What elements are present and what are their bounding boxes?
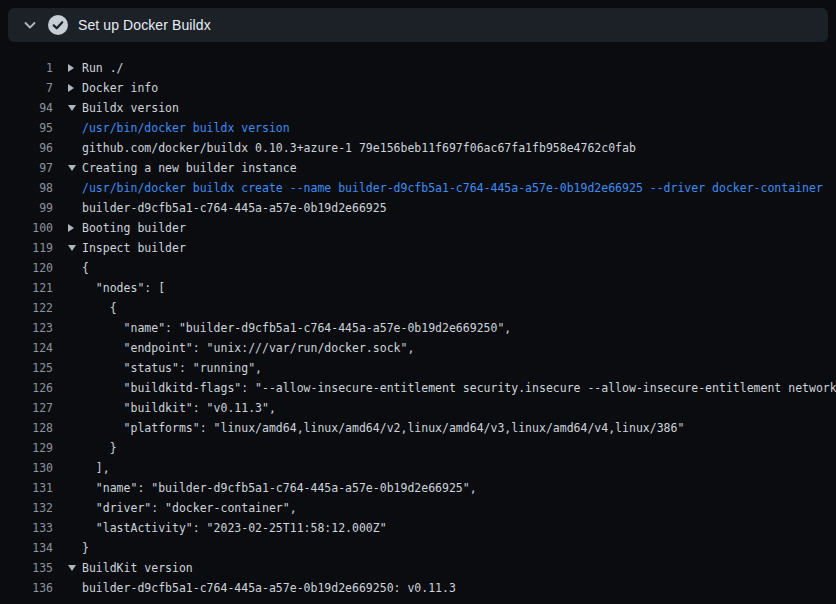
chevron-down-icon[interactable] [20,15,40,35]
log-line: 136 builder-d9cfb5a1-c764-445a-a57e-0b19… [0,578,836,598]
log-group-header[interactable]: 97 Creating a new builder instance [0,158,836,178]
log-line: 124 "endpoint": "unix:///var/run/docker.… [0,338,836,358]
line-number[interactable]: 122 [0,301,53,315]
log-text: } [82,541,89,555]
log-text: "nodes": [ [82,281,165,295]
chevron-right-icon[interactable] [68,224,74,232]
chevron-down-icon[interactable] [68,245,76,251]
log-text: "driver": "docker-container", [82,501,297,515]
line-number[interactable]: 7 [0,81,53,95]
log-line: 96 github.com/docker/buildx 0.10.3+azure… [0,138,836,158]
line-number[interactable]: 98 [0,181,53,195]
log-group-header[interactable]: 119 Inspect builder [0,238,836,258]
log-line: 98 /usr/bin/docker buildx create --name … [0,178,836,198]
log-group-header[interactable]: 94 Buildx version [0,98,836,118]
log-group-header[interactable]: 100 Booting builder [0,218,836,238]
line-number[interactable]: 133 [0,521,53,535]
chevron-right-icon[interactable] [68,84,74,92]
log-text: Inspect builder [82,241,186,255]
line-number[interactable]: 123 [0,321,53,335]
chevron-right-icon[interactable] [68,64,74,72]
log-line: 122 { [0,298,836,318]
log-group-header[interactable]: 1 Run ./ [0,58,836,78]
log-line: 128 "platforms": "linux/amd64,linux/amd6… [0,418,836,438]
line-number[interactable]: 96 [0,141,53,155]
log-line: 121 "nodes": [ [0,278,836,298]
log-line: 95 /usr/bin/docker buildx version [0,118,836,138]
line-number[interactable]: 120 [0,261,53,275]
line-number[interactable]: 95 [0,121,53,135]
step-title: Set up Docker Buildx [78,17,211,33]
log-line: 123 "name": "builder-d9cfb5a1-c764-445a-… [0,318,836,338]
log-line: 133 "lastActivity": "2023-02-25T11:58:12… [0,518,836,538]
chevron-down-icon[interactable] [68,165,76,171]
line-number[interactable]: 128 [0,421,53,435]
line-number[interactable]: 125 [0,361,53,375]
line-number[interactable]: 127 [0,401,53,415]
log-line: 126 "buildkitd-flags": "--allow-insecure… [0,378,836,398]
line-number[interactable]: 135 [0,561,53,575]
chevron-down-icon[interactable] [68,565,76,571]
log-text: builder-d9cfb5a1-c764-445a-a57e-0b19d2e6… [82,201,387,215]
log-text: { [82,301,117,315]
log-text: Docker info [82,81,158,95]
log-group-header[interactable]: 7 Docker info [0,78,836,98]
log-text: BuildKit version [82,561,193,575]
log-text: Run ./ [82,61,124,75]
log-text: "buildkit": "v0.11.3", [82,401,276,415]
line-number[interactable]: 129 [0,441,53,455]
check-circle-icon [48,15,68,35]
log-text: "name": "builder-d9cfb5a1-c764-445a-a57e… [82,481,477,495]
log-line: 127 "buildkit": "v0.11.3", [0,398,836,418]
log-line: 120 { [0,258,836,278]
log-line: 99 builder-d9cfb5a1-c764-445a-a57e-0b19d… [0,198,836,218]
log-text: /usr/bin/docker buildx create --name bui… [82,181,823,195]
line-number[interactable]: 136 [0,581,53,595]
log-line: 130 ], [0,458,836,478]
line-number[interactable]: 130 [0,461,53,475]
log-text: "platforms": "linux/amd64,linux/amd64/v2… [82,421,684,435]
log-text: /usr/bin/docker buildx version [82,121,290,135]
step-header[interactable]: Set up Docker Buildx [8,8,828,42]
log-text: Booting builder [82,221,186,235]
log-text: "name": "builder-d9cfb5a1-c764-445a-a57e… [82,321,511,335]
line-number[interactable]: 100 [0,221,53,235]
line-number[interactable]: 94 [0,101,53,115]
log-text: Buildx version [82,101,179,115]
line-number[interactable]: 124 [0,341,53,355]
log-line: 131 "name": "builder-d9cfb5a1-c764-445a-… [0,478,836,498]
log-lines: 1 Run ./ 7 Docker info 94 Buildx version… [0,58,836,598]
line-number[interactable]: 134 [0,541,53,555]
line-number[interactable]: 119 [0,241,53,255]
log-text: "buildkitd-flags": "--allow-insecure-ent… [82,381,836,395]
log-line: 132 "driver": "docker-container", [0,498,836,518]
log-text: Creating a new builder instance [82,161,297,175]
line-number[interactable]: 1 [0,61,53,75]
line-number[interactable]: 99 [0,201,53,215]
log-text: builder-d9cfb5a1-c764-445a-a57e-0b19d2e6… [82,581,456,595]
log-text: ], [82,461,110,475]
line-number[interactable]: 121 [0,281,53,295]
log-text: } [82,441,117,455]
line-number[interactable]: 126 [0,381,53,395]
log-text: "status": "running", [82,361,262,375]
line-number[interactable]: 131 [0,481,53,495]
log-line: 129 } [0,438,836,458]
log-line: 125 "status": "running", [0,358,836,378]
log-text: "endpoint": "unix:///var/run/docker.sock… [82,341,414,355]
log-line: 134 } [0,538,836,558]
log-text: "lastActivity": "2023-02-25T11:58:12.000… [82,521,387,535]
log-group-header[interactable]: 135 BuildKit version [0,558,836,578]
line-number[interactable]: 132 [0,501,53,515]
chevron-down-icon[interactable] [68,105,76,111]
line-number[interactable]: 97 [0,161,53,175]
log-text: github.com/docker/buildx 0.10.3+azure-1 … [82,141,636,155]
log-text: { [82,261,89,275]
